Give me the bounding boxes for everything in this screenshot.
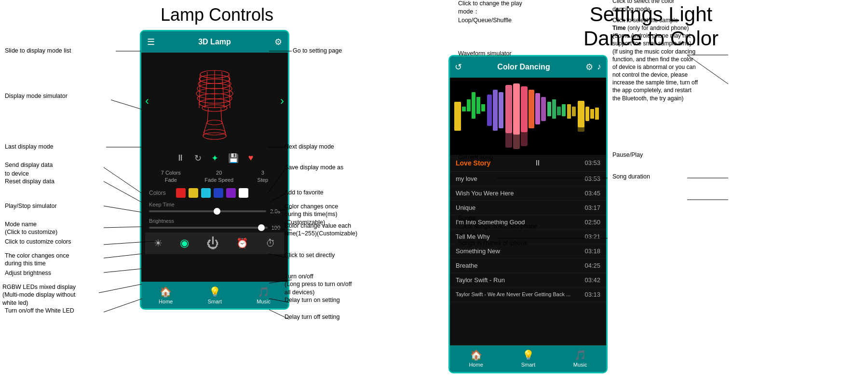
settings-gear-icon[interactable]: ⚙ xyxy=(274,37,282,47)
svg-line-40 xyxy=(99,284,142,293)
annot-color-change-time: Color changes onceduring this time(ms)(C… xyxy=(285,203,338,226)
annot-click-set: Click to set directly xyxy=(285,252,335,259)
nav-smart[interactable]: 💡 Smart xyxy=(208,286,222,304)
heart-icon[interactable]: ♥ xyxy=(248,153,254,164)
svg-rect-49 xyxy=(476,97,480,114)
colors-label: Colors xyxy=(149,190,173,196)
right-phone-bottom-bar: 🏠 Home 💡 Smart 🎵 Music xyxy=(450,345,606,372)
step-label: Step xyxy=(258,177,269,184)
svg-rect-58 xyxy=(535,93,540,124)
colors-row: Colors xyxy=(145,186,284,200)
save-icon[interactable]: 💾 xyxy=(228,153,239,164)
song-time-1: 03:45 xyxy=(584,190,600,197)
next-mode-button[interactable]: › xyxy=(280,94,284,108)
svg-rect-64 xyxy=(567,104,571,119)
annot-white-led: Turn on/off the White LED xyxy=(5,307,74,314)
svg-rect-71 xyxy=(505,99,512,148)
svg-point-19 xyxy=(203,133,226,139)
nav-music[interactable]: 🎵 Music xyxy=(257,286,271,304)
right-content: ↺ Color Dancing ⚙ ♪ xyxy=(434,55,868,383)
song-row-0[interactable]: my love 03:53 xyxy=(450,172,606,186)
annot-current-song: Current song xyxy=(458,154,493,161)
color-swatch-yellow[interactable] xyxy=(189,188,198,198)
svg-rect-59 xyxy=(541,97,546,121)
song-time-2: 03:17 xyxy=(584,204,600,211)
svg-rect-70 xyxy=(454,102,461,131)
song-name-0: my love xyxy=(456,175,477,182)
nav-home[interactable]: 🏠 Home xyxy=(159,286,173,304)
color-swatch-blue[interactable] xyxy=(214,188,223,198)
song-time-7: 03:42 xyxy=(584,276,600,284)
keep-time-thumb[interactable] xyxy=(214,208,220,215)
right-smart-icon: 💡 xyxy=(522,349,534,361)
right-nav-smart[interactable]: 💡 Smart xyxy=(521,349,535,368)
color-swatch-cyan[interactable] xyxy=(201,188,211,198)
right-nav-music[interactable]: 🎵 Music xyxy=(573,349,587,368)
color-mode-icon[interactable]: ⚙ xyxy=(585,62,593,72)
song-row-2[interactable]: Unique 03:17 xyxy=(450,201,606,215)
color-swatch-white[interactable] xyxy=(239,188,248,198)
home-icon: 🏠 xyxy=(160,286,172,298)
annot-send-data: Send display datato device xyxy=(5,161,53,178)
right-nav-smart-label: Smart xyxy=(521,362,535,368)
pause-icon[interactable]: ⏸ xyxy=(176,153,185,164)
keep-time-label: Keep Time xyxy=(149,202,280,207)
annot-reset-data: Reset display data xyxy=(5,178,54,185)
song-row-1[interactable]: Wish You Were Here 03:45 xyxy=(450,186,606,201)
colors-value: 7 Colors xyxy=(161,169,181,177)
song-name-8: Taylor Swift - We Are Never Ever Getting… xyxy=(456,291,570,297)
song-name-7: Taylor Swift - Run xyxy=(456,276,505,284)
prev-mode-button[interactable]: ‹ xyxy=(145,94,149,108)
svg-line-31 xyxy=(104,206,142,212)
waveform-graphic xyxy=(453,82,603,150)
song-list-area: Love Story ⏸ 03:53 my love 03:53 Wish Yo… xyxy=(450,155,606,345)
power-button[interactable]: ⏻ xyxy=(206,236,219,251)
fade-speed-label: Fade Speed xyxy=(204,177,233,184)
annot-pause-play: Pause/Play xyxy=(612,151,643,158)
brightness-value: 100 xyxy=(271,225,280,231)
nav-music-label: Music xyxy=(257,299,271,304)
right-annotations-area: Click to change the playmode：Loop/Queue/… xyxy=(608,55,868,383)
color-swatch-purple[interactable] xyxy=(226,188,236,198)
svg-line-27 xyxy=(104,167,141,193)
svg-rect-63 xyxy=(562,104,566,116)
svg-line-33 xyxy=(104,227,142,228)
music-icon: 🎵 xyxy=(258,286,270,298)
loop-mode-icon[interactable]: ↺ xyxy=(455,62,462,72)
keep-time-value: 2.0s xyxy=(270,208,280,214)
svg-line-29 xyxy=(104,181,142,203)
annot-slide-mode: Slide to display mode list xyxy=(5,47,71,54)
annot-sample-time: Click to select the sampleTime (only for… xyxy=(612,16,698,102)
refresh-icon[interactable]: ↻ xyxy=(194,153,202,164)
right-nav-home[interactable]: 🏠 Home xyxy=(469,349,483,368)
song-row-6[interactable]: Breathe 04:25 xyxy=(450,259,606,273)
svg-line-41 xyxy=(104,299,142,312)
annot-play-stop: Play/Stop simulator xyxy=(5,203,57,209)
color-swatch-red[interactable] xyxy=(176,188,186,198)
svg-rect-68 xyxy=(590,109,594,119)
song-name-2: Unique xyxy=(456,204,475,211)
annot-play-mode: Click to change the playmode：Loop/Queue/… xyxy=(458,0,522,25)
phone-action-bar: ☀ ◉ ⏻ ⏰ ⏱ xyxy=(145,233,284,254)
song-time-4: 03:21 xyxy=(584,233,600,240)
sun-icon[interactable]: ☀ xyxy=(154,237,163,249)
annot-turn-on-off: Turn on/off(Long press to turn on/offall… xyxy=(285,273,352,296)
annot-select-color: Click to select the colordancing mode xyxy=(612,0,675,14)
brightness-row: Brightness 100 xyxy=(145,216,284,233)
song-row-8[interactable]: Taylor Swift - We Are Never Ever Getting… xyxy=(450,287,606,302)
svg-rect-46 xyxy=(462,107,466,111)
annot-add-fav: Add to favorite xyxy=(285,189,324,196)
hamburger-icon[interactable]: ☰ xyxy=(147,37,155,47)
left-phone-bottom-bar: 🏠 Home 💡 Smart 🎵 Music xyxy=(141,282,288,308)
timer-off-icon[interactable]: ⏱ xyxy=(266,238,275,249)
bluetooth-icon[interactable]: ✦ xyxy=(211,153,218,164)
song-row-7[interactable]: Taylor Swift - Run 03:42 xyxy=(450,273,606,287)
colors-fade-cell: 7 Colors Fade xyxy=(161,169,181,184)
rgb-wheel-icon[interactable]: ◉ xyxy=(180,237,189,249)
left-panel: Lamp Controls ☰ 3D Lamp ⚙ ‹ xyxy=(0,0,434,383)
timer-on-icon[interactable]: ⏰ xyxy=(236,237,248,249)
music-note-icon[interactable]: ♪ xyxy=(597,62,601,72)
svg-point-15 xyxy=(207,120,222,125)
pause-play-icon[interactable]: ⏸ xyxy=(534,159,542,167)
brightness-thumb[interactable] xyxy=(258,224,265,231)
